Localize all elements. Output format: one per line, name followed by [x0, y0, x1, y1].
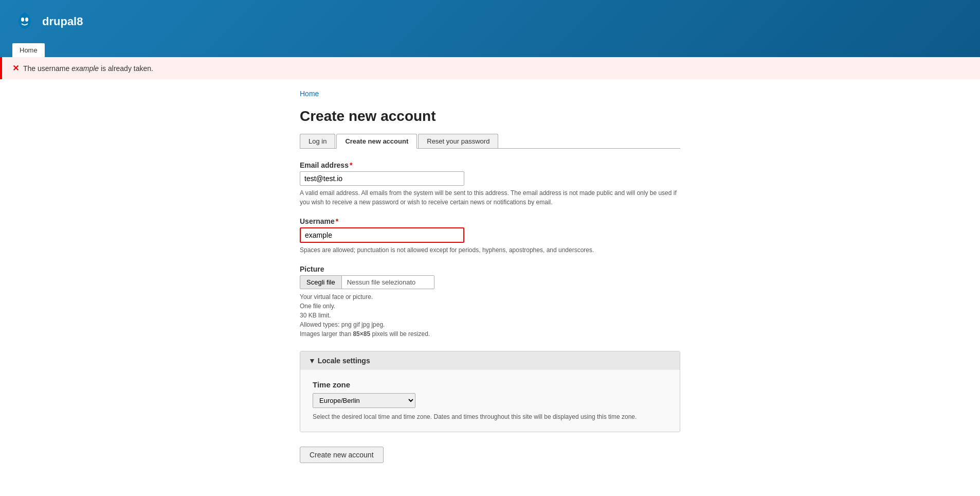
site-name: drupal8	[42, 15, 83, 28]
picture-help-line-5: Images larger than 85×85 pixels will be …	[300, 329, 680, 339]
picture-help: Your virtual face or picture. One file o…	[300, 292, 680, 339]
picture-label: Picture	[300, 265, 680, 273]
error-message: The username example is already taken.	[23, 64, 153, 73]
locale-section: ▼ Locale settings Time zone Europe/Berli…	[300, 351, 680, 432]
tabs: Log in Create new account Reset your pas…	[300, 134, 680, 149]
nav-home[interactable]: Home	[12, 43, 45, 57]
breadcrumb: Home	[300, 90, 680, 98]
username-required: *	[336, 217, 338, 225]
email-help: A valid email address. All emails from t…	[300, 188, 680, 207]
username-group: Username* Spaces are allowed; punctuatio…	[300, 217, 680, 255]
svg-point-2	[25, 17, 28, 22]
tab-login[interactable]: Log in	[300, 134, 335, 148]
timezone-help: Select the desired local time and time z…	[313, 412, 667, 421]
drupal-logo-icon	[12, 9, 37, 34]
file-name-display: Nessun file selezionato	[342, 275, 434, 289]
error-icon: ✕	[12, 63, 19, 73]
email-group: Email address* A valid email address. Al…	[300, 161, 680, 207]
username-help: Spaces are allowed; punctuation is not a…	[300, 245, 680, 255]
svg-point-1	[21, 17, 24, 22]
submit-button[interactable]: Create new account	[300, 447, 384, 463]
file-input-wrapper: Scegli file Nessun file selezionato	[300, 275, 680, 289]
nav-bar: Home	[0, 43, 980, 57]
picture-group: Picture Scegli file Nessun file selezion…	[300, 265, 680, 339]
picture-help-line-1: Your virtual face or picture.	[300, 292, 680, 302]
main-content: Home Create new account Log in Create ne…	[279, 79, 701, 494]
username-label: Username*	[300, 217, 680, 225]
breadcrumb-home[interactable]: Home	[300, 90, 319, 98]
header: drupal8 Home	[0, 0, 980, 57]
picture-help-line-4: Allowed types: png gif jpg jpeg.	[300, 320, 680, 329]
timezone-label: Time zone	[313, 380, 667, 389]
page-title: Create new account	[300, 108, 680, 125]
username-field[interactable]	[300, 227, 464, 243]
site-logo: drupal8	[12, 9, 83, 34]
error-banner: ✕ The username example is already taken.	[0, 57, 980, 79]
file-choose-button[interactable]: Scegli file	[300, 275, 342, 289]
picture-help-line-3: 30 KB limit.	[300, 311, 680, 320]
locale-header[interactable]: ▼ Locale settings	[300, 351, 680, 370]
picture-help-line-2: One file only.	[300, 302, 680, 311]
tab-create-account[interactable]: Create new account	[336, 134, 417, 149]
email-required: *	[350, 161, 352, 169]
tab-reset-password[interactable]: Reset your password	[418, 134, 498, 148]
email-label: Email address*	[300, 161, 680, 169]
timezone-select[interactable]: Europe/Berlin UTC America/New_York Ameri…	[313, 393, 415, 408]
email-field[interactable]	[300, 171, 464, 186]
locale-body: Time zone Europe/Berlin UTC America/New_…	[300, 370, 680, 432]
